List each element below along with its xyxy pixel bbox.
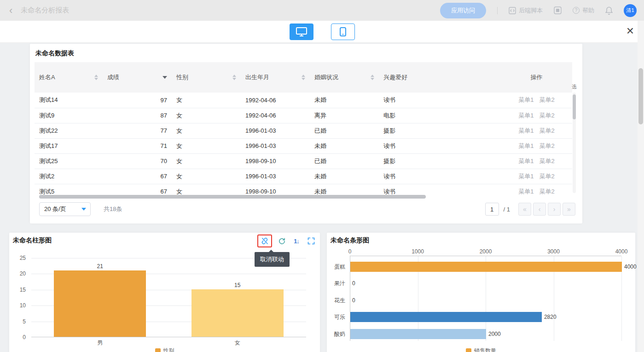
action-link[interactable]: 菜单1 [518,127,534,134]
table-cell: 87 [103,108,172,123]
bar-可乐[interactable] [350,312,542,322]
notification-button[interactable] [605,6,613,15]
fullscreen-icon[interactable] [306,236,316,246]
action-link[interactable]: 菜单2 [540,142,555,149]
table-row: 测试1771女1996-01-03未婚读书菜单1菜单2 [35,138,572,153]
actions-cell: 菜单1菜单2 [501,93,572,108]
table-cell: 1996-01-03 [241,169,310,184]
current-page-input[interactable]: 1 [485,203,499,216]
next-page-button[interactable]: › [548,203,561,216]
sort-carets-icon[interactable] [232,75,236,80]
bar-女[interactable] [191,289,284,337]
bar-chart-legend[interactable]: 性别 [9,347,320,352]
pagination-bar: 20 条/页 共18条 1 / 1 « ‹ › » [35,201,575,217]
table-cell: 测试25 [35,153,103,169]
prev-page-button[interactable]: ‹ [533,203,546,216]
hbar-x-axis-labels: 01000200030004000 [350,248,621,255]
column-header[interactable]: 成绩 [103,62,172,93]
action-link[interactable]: 菜单1 [518,188,534,195]
sort-carets-icon[interactable] [371,75,374,80]
x-category-label: 女 [224,339,251,347]
action-link[interactable]: 菜单2 [540,173,555,180]
table-cell: 女 [172,93,241,108]
legend-swatch [155,348,161,352]
last-page-button[interactable]: » [563,203,575,216]
column-label: 性别 [176,73,188,82]
sort-desc-icon[interactable] [162,76,167,79]
hbar-chart-legend[interactable]: 销售数量 [327,347,635,352]
action-link[interactable]: 菜单2 [540,112,555,119]
actions-cell: 菜单1菜单2 [501,169,572,184]
action-link[interactable]: 菜单1 [518,96,534,103]
y-tick-label: 25 [9,255,26,261]
table-vertical-scrollbar-thumb[interactable] [573,94,576,119]
back-icon[interactable]: ‹ [7,6,14,16]
column-header[interactable]: 出生年月 [241,62,310,93]
x-tick-label: 2000 [480,248,492,255]
app-access-button[interactable]: 应用访问 [440,3,486,18]
table-cell: 1998-09-10 [241,153,310,169]
sort-carets-icon[interactable] [94,75,98,80]
app-square-button[interactable] [554,6,562,14]
bar-酸奶[interactable] [350,329,486,339]
close-icon[interactable]: × [627,24,634,37]
first-page-button[interactable]: « [518,203,531,216]
code-icon [509,7,516,14]
table-cell: 摄影 [379,153,501,169]
bar-蛋糕[interactable] [350,262,622,272]
x-tick-label: 1000 [412,248,424,255]
help-button[interactable]: ? 帮助 [573,6,594,15]
action-link[interactable]: 菜单2 [540,127,555,134]
legend-swatch [466,348,471,352]
hbar-chart-card: 未命名条形图 01000200030004000 蛋糕果汁花生可乐酸奶 4000… [327,233,635,352]
y-tick-label: 5 [9,318,26,325]
pager-controls: 1 / 1 « ‹ › » [485,203,575,216]
cancel-linkage-icon[interactable] [260,236,270,246]
column-header[interactable]: 姓名A [35,62,103,93]
table-cell: 已婚 [310,123,379,138]
column-label: 兴趣爱好 [383,73,407,82]
column-header[interactable]: 婚姻状况 [310,62,379,93]
monitor-icon [296,27,307,36]
value-sort-icon[interactable]: 1↓ [291,236,302,246]
legend-label: 销售数量 [474,347,496,352]
action-link[interactable]: 菜单2 [540,96,555,103]
action-link[interactable]: 菜单1 [518,158,534,164]
bar-value-label: 2820 [544,314,557,320]
avatar[interactable]: 清1 [624,4,637,17]
phone-icon [340,27,346,36]
action-link[interactable]: 菜单2 [540,158,555,164]
page-scrollbar-thumb[interactable] [638,68,643,124]
table-cell: 71 [103,138,172,153]
bar-男[interactable] [54,270,146,337]
help-label: 帮助 [582,6,594,15]
sort-carets-icon[interactable] [302,75,305,80]
action-link[interactable]: 菜单2 [540,188,555,195]
table-cell: 未婚 [310,93,379,108]
column-header: 兴趣爱好 [379,62,501,93]
action-link[interactable]: 菜单1 [518,173,534,180]
header-left: ‹ 未命名分析报表 [7,6,69,16]
column-header[interactable]: 性别 [172,62,241,93]
table-cell: 读书 [379,138,501,153]
desktop-view-button[interactable] [290,23,313,40]
cancel-linkage-tooltip: 取消联动 [255,252,290,267]
mobile-view-button[interactable] [331,23,355,40]
table-cell: 女 [172,108,241,123]
cancel-linkage-highlight [257,235,272,247]
table-row: 测试2277女1996-01-03已婚摄影菜单1菜单2 [35,123,572,138]
bar-chart-card: 未命名柱形图 [9,233,320,352]
action-link[interactable]: 菜单1 [518,112,534,119]
page-size-select[interactable]: 20 条/页 [39,202,91,216]
action-link[interactable]: 菜单1 [518,142,534,149]
horizontal-scrollbar[interactable] [39,195,426,199]
backend-script-button[interactable]: 后端脚本 [509,6,543,15]
refresh-icon[interactable] [277,236,287,246]
table-row: 测试267女1996-01-03未婚读书菜单1菜单2 [35,169,572,184]
category-label: 可乐 [327,313,345,321]
hbar-chart-title: 未命名条形图 [331,236,369,245]
table-cell: 测试5 [35,184,103,196]
table-cell: 未婚 [310,184,379,196]
total-pages-label: / 1 [504,206,510,213]
table-card-title: 未命名数据表 [35,49,74,58]
